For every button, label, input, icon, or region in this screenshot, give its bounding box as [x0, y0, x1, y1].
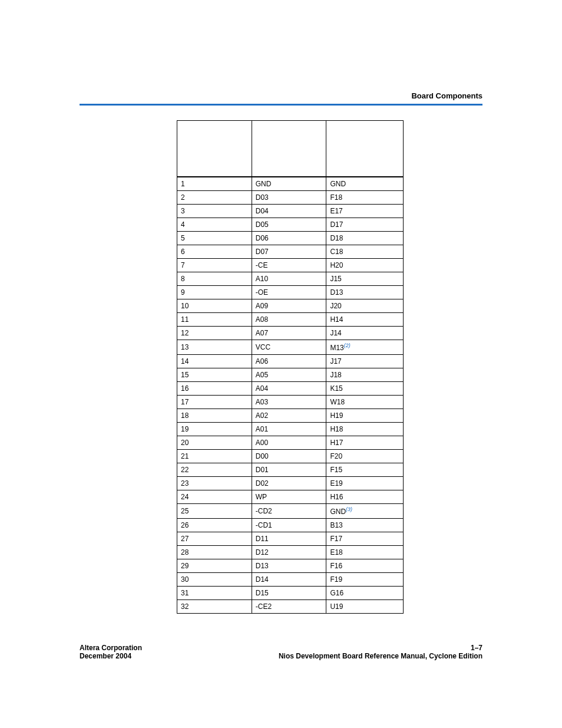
cell-fpga-pin: D13	[326, 285, 404, 299]
table-row: 20A00H17	[177, 436, 404, 449]
cell-pin-number: 16	[177, 381, 252, 395]
page: Board Components 1GNDGND2D03F183D04E174D…	[0, 0, 562, 728]
cell-fpga-pin: H20	[326, 258, 404, 272]
cell-signal-name: D11	[252, 532, 326, 545]
cell-signal-name: VCC	[252, 340, 326, 354]
table-row: 18A02H19	[177, 409, 404, 422]
pin-table-wrap: 1GNDGND2D03F183D04E174D05D175D06D186D07C…	[177, 120, 404, 614]
cell-fpga-pin: K15	[326, 381, 404, 395]
table-row: 13VCCM13(2)	[177, 340, 404, 354]
table-row: 15A05J18	[177, 368, 404, 381]
cell-fpga-pin: H17	[326, 436, 404, 449]
table-row: 19A01H18	[177, 422, 404, 436]
cell-signal-name: D13	[252, 559, 326, 572]
table-row: 2D03F18	[177, 190, 404, 204]
cell-signal-name: -CD2	[252, 503, 326, 518]
cell-pin-number: 29	[177, 559, 252, 572]
cell-fpga-pin: J14	[326, 326, 404, 340]
table-row: 3D04E17	[177, 204, 404, 218]
cell-fpga-pin: F18	[326, 190, 404, 204]
cell-fpga-pin: H16	[326, 490, 404, 503]
cell-signal-name: D06	[252, 231, 326, 245]
cell-pin-number: 9	[177, 285, 252, 299]
cell-pin-number: 10	[177, 299, 252, 312]
cell-pin-number: 2	[177, 190, 252, 204]
cell-fpga-pin: F15	[326, 463, 404, 476]
footnote-ref: (2)	[344, 342, 351, 348]
cell-fpga-pin: E19	[326, 476, 404, 490]
footer-right: 1–7 Nios Development Board Reference Man…	[279, 644, 482, 660]
cell-signal-name: D02	[252, 476, 326, 490]
table-row: 28D12E18	[177, 545, 404, 559]
footer-company: Altera Corporation	[80, 644, 142, 652]
cell-pin-number: 8	[177, 272, 252, 285]
cell-signal-name: A00	[252, 436, 326, 449]
table-row: 7-CEH20	[177, 258, 404, 272]
cell-fpga-pin: U19	[326, 599, 404, 613]
cell-signal-name: A02	[252, 409, 326, 422]
table-row: 31D15G16	[177, 586, 404, 599]
table-row: 11A08H14	[177, 312, 404, 326]
cell-fpga-pin: J18	[326, 368, 404, 381]
pin-table: 1GNDGND2D03F183D04E174D05D175D06D186D07C…	[177, 120, 404, 614]
table-row: 17A03W18	[177, 395, 404, 409]
cell-signal-name: -CD1	[252, 518, 326, 532]
cell-fpga-pin: W18	[326, 395, 404, 409]
cell-fpga-pin: B13	[326, 518, 404, 532]
footnote-ref: (3)	[346, 506, 352, 512]
cell-fpga-pin: E18	[326, 545, 404, 559]
cell-pin-number: 18	[177, 409, 252, 422]
cell-signal-name: -OE	[252, 285, 326, 299]
cell-fpga-pin: F16	[326, 559, 404, 572]
table-row: 30D14F19	[177, 572, 404, 586]
cell-signal-name: A10	[252, 272, 326, 285]
table-row: 10A09J20	[177, 299, 404, 312]
cell-signal-name: A08	[252, 312, 326, 326]
cell-signal-name: D03	[252, 190, 326, 204]
table-row: 16A04K15	[177, 381, 404, 395]
cell-signal-name: -CE	[252, 258, 326, 272]
cell-fpga-pin: C18	[326, 245, 404, 258]
table-row: 21D00F20	[177, 449, 404, 463]
cell-pin-number: 7	[177, 258, 252, 272]
cell-fpga-pin: J20	[326, 299, 404, 312]
cell-signal-name: A05	[252, 368, 326, 381]
table-row: 25-CD2GND(3)	[177, 503, 404, 518]
table-row: 24WPH16	[177, 490, 404, 503]
cell-pin-number: 23	[177, 476, 252, 490]
cell-fpga-pin: D17	[326, 218, 404, 231]
cell-signal-name: WP	[252, 490, 326, 503]
table-row: 6D07C18	[177, 245, 404, 258]
cell-fpga-pin: J17	[326, 354, 404, 368]
table-row: 27D11F17	[177, 532, 404, 545]
cell-pin-number: 13	[177, 340, 252, 354]
cell-pin-number: 20	[177, 436, 252, 449]
table-header-spacer	[177, 121, 404, 177]
cell-fpga-pin: J15	[326, 272, 404, 285]
cell-pin-number: 28	[177, 545, 252, 559]
cell-pin-number: 15	[177, 368, 252, 381]
cell-fpga-pin: F17	[326, 532, 404, 545]
table-row: 29D13F16	[177, 559, 404, 572]
table-row: 32-CE2U19	[177, 599, 404, 613]
cell-signal-name: A01	[252, 422, 326, 436]
table-row: 5D06D18	[177, 231, 404, 245]
cell-fpga-pin: E17	[326, 204, 404, 218]
cell-signal-name: A04	[252, 381, 326, 395]
cell-pin-number: 27	[177, 532, 252, 545]
cell-signal-name: D15	[252, 586, 326, 599]
table-row: 14A06J17	[177, 354, 404, 368]
table-row: 12A07J14	[177, 326, 404, 340]
cell-signal-name: GND	[252, 177, 326, 191]
footer-left: Altera Corporation December 2004	[80, 644, 142, 660]
cell-pin-number: 4	[177, 218, 252, 231]
cell-signal-name: D04	[252, 204, 326, 218]
cell-fpga-pin: H18	[326, 422, 404, 436]
cell-pin-number: 32	[177, 599, 252, 613]
table-row: 8A10J15	[177, 272, 404, 285]
page-footer: Altera Corporation December 2004 1–7 Nio…	[80, 644, 482, 660]
cell-signal-name: A07	[252, 326, 326, 340]
cell-fpga-pin: F20	[326, 449, 404, 463]
cell-fpga-pin: M13(2)	[326, 340, 404, 354]
cell-fpga-pin: G16	[326, 586, 404, 599]
